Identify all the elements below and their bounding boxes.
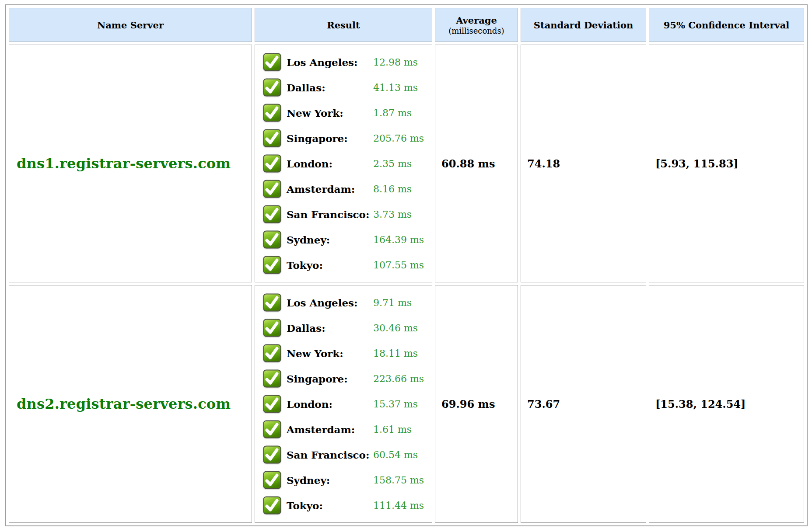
- check-icon: [263, 471, 281, 489]
- check-icon: [263, 104, 281, 122]
- result-latency: 8.16 ms: [373, 184, 412, 195]
- result-location: Dallas:: [287, 82, 373, 94]
- check-icon: [263, 496, 281, 515]
- check-icon: [263, 395, 281, 413]
- std-dev-cell: 74.18: [521, 45, 646, 282]
- check-icon: [263, 445, 281, 464]
- result-location: London:: [287, 158, 373, 170]
- result-item: Los Angeles: 9.71 ms: [263, 290, 428, 315]
- result-location: New York:: [287, 348, 373, 359]
- check-icon: [263, 369, 281, 388]
- col-header-std-dev: Standard Deviation: [521, 8, 646, 42]
- average-cell: 60.88 ms: [435, 45, 518, 282]
- result-location: San Francisco:: [287, 449, 373, 461]
- result-latency: 1.61 ms: [373, 424, 412, 435]
- name-server-cell: dns2.registrar-servers.com: [9, 285, 252, 523]
- result-item: New York: 1.87 ms: [263, 100, 428, 125]
- header-row: Name Server Result Average (milliseconds…: [9, 8, 804, 42]
- result-location: Singapore:: [287, 373, 373, 385]
- check-icon: [263, 205, 281, 223]
- result-latency: 60.54 ms: [373, 449, 418, 460]
- result-location: Sydney:: [287, 234, 373, 246]
- result-item: London: 15.37 ms: [263, 391, 428, 417]
- result-latency: 223.66 ms: [373, 373, 424, 384]
- col-header-average-unit: (milliseconds): [438, 26, 515, 35]
- result-latency: 12.98 ms: [373, 57, 418, 68]
- result-location: Tokyo:: [287, 500, 373, 511]
- check-icon: [263, 420, 281, 438]
- result-item: Singapore: 223.66 ms: [263, 366, 428, 391]
- server-row-dns1: dns1.registrar-servers.com Los Angeles: …: [9, 45, 804, 282]
- check-icon: [263, 319, 281, 337]
- name-server-cell: dns1.registrar-servers.com: [9, 45, 252, 282]
- result-location: New York:: [287, 107, 373, 119]
- result-latency: 41.13 ms: [373, 82, 418, 93]
- result-latency: 15.37 ms: [373, 399, 418, 410]
- result-item: New York: 18.11 ms: [263, 341, 428, 366]
- result-item: Dallas: 30.46 ms: [263, 315, 428, 341]
- name-server: dns2.registrar-servers.com: [17, 396, 231, 412]
- result-item: San Francisco: 60.54 ms: [263, 442, 428, 467]
- result-location: Amsterdam:: [287, 424, 373, 435]
- check-icon: [263, 78, 281, 97]
- result-item: London: 2.35 ms: [263, 151, 428, 176]
- result-latency: 2.35 ms: [373, 158, 412, 169]
- result-location: Los Angeles:: [287, 56, 373, 68]
- col-header-average: Average (milliseconds): [435, 8, 518, 42]
- result-item: Amsterdam: 8.16 ms: [263, 176, 428, 202]
- name-server: dns1.registrar-servers.com: [17, 155, 231, 172]
- result-location: San Francisco:: [287, 209, 373, 220]
- result-item: Amsterdam: 1.61 ms: [263, 417, 428, 442]
- check-icon: [263, 154, 281, 173]
- result-latency: 1.87 ms: [373, 108, 412, 118]
- server-row-dns2: dns2.registrar-servers.com Los Angeles: …: [9, 285, 804, 523]
- result-latency: 205.76 ms: [373, 133, 424, 144]
- check-icon: [263, 293, 281, 312]
- confidence-interval-cell: [5.93, 115.83]: [649, 45, 804, 282]
- result-latency: 164.39 ms: [373, 234, 424, 245]
- result-location: Amsterdam:: [287, 183, 373, 195]
- result-latency: 18.11 ms: [373, 348, 418, 359]
- result-item: Singapore: 205.76 ms: [263, 125, 428, 151]
- result-location: Los Angeles:: [287, 297, 373, 309]
- result-latency: 111.44 ms: [373, 500, 424, 511]
- check-icon: [263, 180, 281, 198]
- col-header-result: Result: [255, 8, 432, 42]
- check-icon: [263, 53, 281, 71]
- result-latency: 158.75 ms: [373, 475, 424, 486]
- col-header-name-server: Name Server: [9, 8, 252, 42]
- result-item: Sydney: 164.39 ms: [263, 227, 428, 252]
- result-cell: Los Angeles: 12.98 ms Dallas: 41.13 ms N…: [255, 45, 432, 282]
- result-item: Dallas: 41.13 ms: [263, 75, 428, 100]
- result-latency: 3.73 ms: [373, 209, 412, 220]
- result-item: Tokyo: 107.55 ms: [263, 252, 428, 278]
- result-location: London:: [287, 398, 373, 410]
- result-item: San Francisco: 3.73 ms: [263, 202, 428, 227]
- col-header-average-title: Average: [438, 15, 515, 26]
- check-icon: [263, 344, 281, 362]
- result-latency: 30.46 ms: [373, 323, 418, 334]
- result-location: Tokyo:: [287, 259, 373, 271]
- average-cell: 69.96 ms: [435, 285, 518, 523]
- result-item: Sydney: 158.75 ms: [263, 467, 428, 493]
- result-item: Tokyo: 111.44 ms: [263, 493, 428, 518]
- result-cell: Los Angeles: 9.71 ms Dallas: 30.46 ms Ne…: [255, 285, 432, 523]
- confidence-interval-cell: [15.38, 124.54]: [649, 285, 804, 523]
- std-dev-cell: 73.67: [521, 285, 646, 523]
- col-header-confidence-interval: 95% Confidence Interval: [649, 8, 804, 42]
- dns-speed-test-table: Name Server Result Average (milliseconds…: [5, 4, 808, 526]
- result-item: Los Angeles: 12.98 ms: [263, 49, 428, 75]
- result-location: Sydney:: [287, 474, 373, 486]
- result-latency: 9.71 ms: [373, 297, 412, 308]
- check-icon: [263, 256, 281, 274]
- result-location: Singapore:: [287, 132, 373, 144]
- result-latency: 107.55 ms: [373, 260, 424, 271]
- check-icon: [263, 230, 281, 249]
- result-location: Dallas:: [287, 322, 373, 334]
- check-icon: [263, 129, 281, 147]
